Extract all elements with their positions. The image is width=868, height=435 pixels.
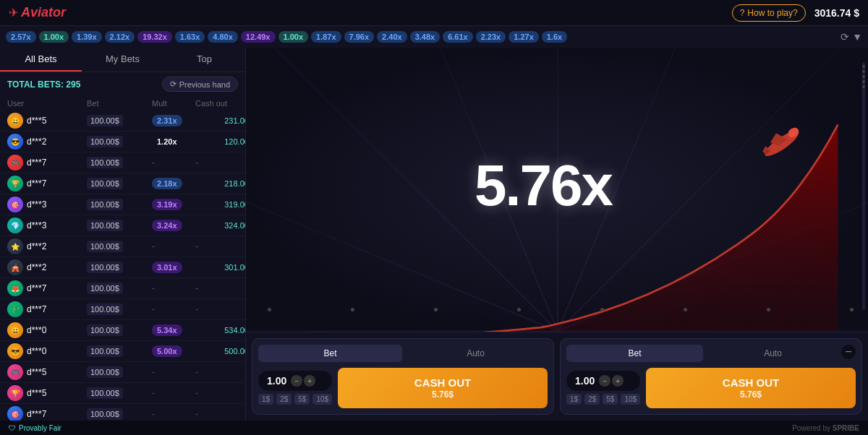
quick-amount[interactable]: 5$ (294, 394, 310, 405)
bet-mult: - (152, 304, 195, 314)
panel-close-button[interactable]: − (841, 345, 856, 359)
quick-amounts-left: 1$2$5$10$ (258, 394, 332, 405)
mult-badge[interactable]: 6.61x (443, 31, 473, 43)
bets-tab-top[interactable]: Top (163, 48, 245, 72)
mult-badge[interactable]: 2.12x (105, 31, 135, 43)
mult-badge[interactable]: 3.48x (410, 31, 441, 43)
bet-cashout: - (195, 283, 245, 293)
bet-cashout: 218.00$ (195, 179, 245, 188)
bet-amount: 100.00$ (87, 304, 152, 314)
bet-amount: 100.00$ (87, 409, 152, 419)
user-cell: 🦊d***7 (7, 280, 87, 296)
quick-amount[interactable]: 5$ (603, 394, 618, 405)
game-scrollbar[interactable] (862, 62, 865, 310)
bet-panel-tab-auto[interactable]: Auto (705, 345, 841, 362)
avatar: 🏆 (7, 385, 23, 401)
stepper-plus-right[interactable]: + (612, 375, 624, 387)
bet-amount-input-left[interactable]: 1.00 − + (258, 371, 332, 391)
how-to-play-button[interactable]: ? How to play? (732, 4, 806, 22)
username: d***2 (27, 262, 46, 272)
bet-amount: 100.00$ (87, 199, 152, 210)
mult-badge[interactable]: 2.57x (6, 31, 36, 43)
logo: ✈ Aviator (9, 5, 66, 20)
bet-amount: 100.00$ (87, 325, 152, 335)
stepper-plus-left[interactable]: + (304, 375, 315, 387)
column-header-user: User (7, 99, 87, 108)
bet-cashout: - (195, 158, 245, 168)
mult-badge[interactable]: 19.32x (137, 31, 172, 43)
mult-badge[interactable]: 1.87x (311, 31, 341, 43)
username: d***7 (27, 178, 46, 189)
bet-stepper-right: − + (599, 375, 624, 387)
column-header-cash out: Cash out (195, 99, 253, 108)
avatar: 😎 (7, 343, 23, 359)
mult-badge[interactable]: 1.39x (72, 31, 102, 43)
bet-panel-tab-auto[interactable]: Auto (404, 345, 548, 362)
mult-badge[interactable]: 4.80x (208, 31, 238, 43)
provably-fair[interactable]: 🛡 Provably Fair (9, 424, 61, 432)
cash-out-button-right[interactable]: CASH OUT 5.76$ (646, 368, 856, 408)
bet-controls-left: 1.00 − + 1$2$5$10$ CASH OUT 5.76$ (258, 368, 548, 408)
bet-row: 😀d***5100.00$2.31x231.00$ (0, 111, 245, 132)
user-cell: 🎯d***7 (7, 406, 87, 421)
quick-amounts-right: 1$2$5$10$ (566, 394, 640, 405)
multiplier-display: 5.76x (475, 153, 612, 220)
stepper-minus-right[interactable]: − (599, 375, 610, 387)
bet-controls-right: 1.00 − + 1$2$5$10$ CASH OUT 5.76$ (566, 368, 856, 408)
bet-amount-value-right: 1.00 (575, 375, 595, 387)
mult-badge[interactable]: 7.96x (344, 31, 375, 43)
bet-row: 🦊d***7100.00$-- (0, 278, 245, 299)
avatar: 😎 (7, 134, 23, 150)
username: d***7 (27, 409, 46, 419)
spribe-credit: Powered by SPRIBE (792, 424, 859, 432)
bet-row: 😎d***0100.00$5.00x500.00$ (0, 341, 245, 362)
mult-badge[interactable]: 1.00x (278, 31, 309, 43)
history-icon[interactable]: ⟳ ▼ (841, 31, 862, 43)
x-axis-dot (850, 308, 854, 311)
mult-badge[interactable]: 12.49x (241, 31, 276, 43)
mult-badge[interactable]: 1.27x (509, 31, 539, 43)
bet-mult: - (152, 388, 195, 398)
cash-out-button-left[interactable]: CASH OUT 5.76$ (338, 368, 548, 408)
quick-amount[interactable]: 10$ (621, 394, 640, 405)
mult-badge[interactable]: 1.00x (39, 31, 69, 43)
game-canvas: 5.76x (246, 48, 868, 332)
quick-amount[interactable]: 1$ (566, 394, 582, 405)
bet-row: 🏆d***7100.00$2.18x218.00$ (0, 173, 245, 194)
avatar: 🎯 (7, 406, 23, 421)
bet-row: 🎯d***7100.00$-- (0, 404, 245, 421)
bets-tab-my-bets[interactable]: My Bets (82, 48, 163, 72)
bet-mult: 3.01x (152, 262, 195, 272)
bet-panel-tab-bet[interactable]: Bet (566, 345, 703, 362)
bottom-controls: BetAuto 1.00 − + 1$2$5$10$ CASH (246, 332, 868, 421)
quick-amount[interactable]: 1$ (258, 394, 273, 405)
bet-row: ⭐d***2100.00$-- (0, 236, 245, 257)
scrollbar-dot (862, 65, 865, 68)
bet-row: 🏆d***5100.00$-- (0, 383, 245, 404)
bet-panel-tab-bet[interactable]: Bet (258, 345, 402, 362)
bets-tab-all-bets[interactable]: All Bets (0, 48, 82, 72)
quick-amount[interactable]: 10$ (312, 394, 332, 405)
stepper-minus-left[interactable]: − (291, 375, 302, 387)
bet-mult: 3.19x (152, 199, 195, 210)
mult-badge[interactable]: 2.40x (377, 31, 407, 43)
bet-amount-input-right[interactable]: 1.00 − + (566, 371, 640, 391)
username: d***3 (27, 199, 46, 210)
username: d***5 (27, 367, 46, 377)
column-header-mult: Mult (152, 99, 195, 108)
avatar: 😀 (7, 113, 23, 129)
mult-badge[interactable]: 1.6x (542, 31, 567, 43)
bet-mult: - (152, 283, 195, 293)
previous-hand-button[interactable]: ⟳ Previous hand (162, 77, 238, 92)
quick-amount[interactable]: 2$ (584, 394, 600, 405)
mult-badge[interactable]: 1.63x (175, 31, 205, 43)
user-cell: 🎯d***3 (7, 197, 87, 212)
x-axis-dot (684, 308, 687, 311)
user-cell: 🎪d***2 (7, 259, 87, 275)
mult-badge[interactable]: 2.23x (476, 31, 506, 43)
avatar: 💎 (7, 218, 23, 233)
bet-row: 🎮d***7100.00$-- (0, 152, 245, 173)
user-cell: 🏆d***7 (7, 176, 87, 191)
x-axis-dot (517, 308, 521, 311)
quick-amount[interactable]: 2$ (276, 394, 292, 405)
